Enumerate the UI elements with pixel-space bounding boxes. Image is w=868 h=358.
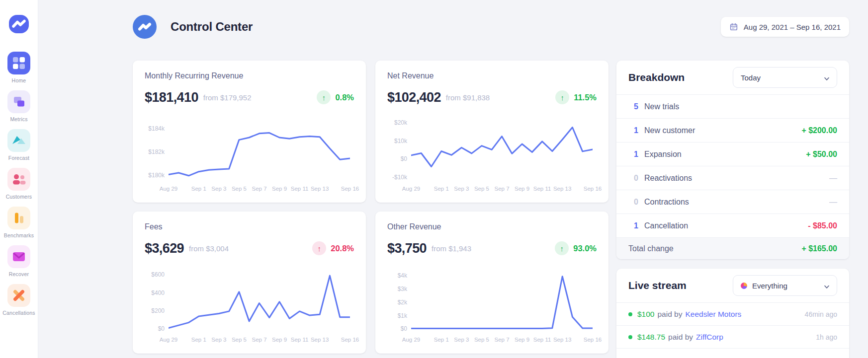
y-axis-label: $182k — [145, 148, 165, 155]
x-axis: Aug 29Sep 1Sep 3Sep 5Sep 7Sep 9Sep 11Sep… — [411, 186, 593, 194]
metric-previous-value: from $91,838 — [446, 93, 490, 102]
x-axis-label: Sep 13 — [553, 337, 571, 343]
x-axis-label: Sep 1 — [434, 337, 449, 343]
chevron-down-icon — [824, 73, 829, 82]
metric-value: $3,750 — [387, 241, 427, 256]
row-count: 5 — [628, 102, 638, 111]
row-count: 1 — [628, 221, 638, 230]
livestream-filter-value: Everything — [752, 282, 787, 290]
y-axis-label: $400 — [145, 289, 165, 296]
x-axis-label: Sep 13 — [553, 186, 571, 192]
chart-plot-area — [169, 271, 350, 331]
sidebar: Home Metrics Forecast Customers Benchmar… — [0, 0, 38, 358]
sidebar-item-benchmarks[interactable]: Benchmarks — [0, 207, 38, 238]
x-axis-label: Sep 5 — [232, 337, 247, 343]
trend-up-arrow-icon: ↑ — [555, 90, 569, 104]
livestream-event-row: $100paid byKeedsler Motors46min ago — [616, 303, 849, 326]
event-amount: $148.75 — [637, 333, 665, 342]
event-text: paid by — [657, 310, 682, 319]
metric-card-monthly-recurring-revenue: Monthly Recurring Revenue $181,410 from … — [133, 61, 366, 203]
y-axis-label: $184k — [145, 125, 165, 132]
y-axis-label: $3k — [387, 286, 407, 292]
x-axis-label: Sep 13 — [311, 186, 329, 192]
sidebar-item-forecast[interactable]: Forecast — [0, 129, 38, 161]
y-axis-label: $180k — [145, 172, 165, 179]
x-axis-label: Sep 9 — [272, 186, 287, 192]
livestream-panel: Live stream Everything $100paid byKeedsl… — [616, 269, 849, 358]
metric-card-other-revenue: Other Revenue $3,750 from $1,943 ↑ 93.0%… — [375, 212, 608, 354]
metric-previous-value: from $179,952 — [203, 93, 252, 102]
home-grid-icon — [8, 52, 30, 74]
metrics-icon — [8, 91, 30, 113]
livestream-filter-dropdown[interactable]: Everything — [733, 275, 837, 296]
sidebar-item-customers[interactable]: Customers — [0, 168, 38, 200]
x-axis-label: Sep 16 — [341, 337, 359, 343]
breakdown-row-contractions: 0Contractions— — [616, 190, 849, 214]
breakdown-row-new-trials: 5New trials — [616, 95, 849, 119]
breakdown-row-reactivations: 0Reactivations— — [616, 166, 849, 190]
event-customer-link[interactable]: ZiffCorp — [696, 333, 723, 342]
x-axis-label: Sep 9 — [515, 337, 529, 343]
breakdown-filter-value: Today — [741, 73, 761, 82]
everything-pie-icon — [741, 283, 747, 289]
event-dot-icon — [628, 312, 632, 316]
y-axis-label: $10k — [387, 138, 407, 144]
breakdown-title: Breakdown — [628, 72, 685, 83]
y-axis-label: $2k — [387, 299, 407, 306]
x-axis-label: Sep 3 — [211, 337, 226, 343]
x-axis-label: Sep 5 — [474, 337, 489, 343]
date-range-picker[interactable]: Aug 29, 2021 – Sep 16, 2021 — [721, 17, 849, 37]
row-amount: + $200.00 — [801, 126, 837, 135]
change-badge: ↑ 20.8% — [312, 241, 354, 255]
metric-title: Other Revenue — [387, 222, 597, 231]
x-axis-label: Aug 29 — [402, 337, 420, 343]
x-axis-label: Sep 1 — [191, 337, 206, 343]
chevron-down-icon — [824, 282, 829, 290]
breakdown-filter-dropdown[interactable]: Today — [733, 67, 837, 88]
metric-card-fees: Fees $3,629 from $3,004 ↑ 20.8% Aug 29Se… — [133, 212, 366, 354]
sidebar-item-recover[interactable]: Recover — [0, 245, 38, 277]
app-logo[interactable] — [8, 13, 30, 35]
row-label: Contractions — [644, 198, 689, 207]
x-axis-label: Sep 11 — [291, 337, 309, 343]
livestream-event-row: $148.75paid byZiffCorp1h ago — [616, 326, 849, 349]
x-axis-label: Sep 11 — [291, 186, 309, 192]
livestream-event-row — [616, 349, 849, 358]
x-axis-label: Sep 7 — [252, 186, 266, 192]
line-chart: Aug 29Sep 1Sep 3Sep 5Sep 7Sep 9Sep 11Sep… — [145, 116, 354, 195]
livestream-title: Live stream — [628, 280, 687, 291]
sidebar-item-metrics[interactable]: Metrics — [0, 90, 38, 122]
percent-change: 0.8% — [335, 93, 354, 102]
metric-previous-value: from $3,004 — [189, 244, 229, 253]
sidebar-item-cancellations[interactable]: Cancellations — [0, 284, 38, 316]
breakdown-row-cancellation: 1Cancellation- $85.00 — [616, 214, 849, 238]
y-axis-label: -$10k — [387, 174, 407, 181]
breakdown-panel: Breakdown Today 5New trials1New customer… — [616, 61, 849, 259]
control-center-logo-icon — [133, 15, 157, 39]
line-chart: Aug 29Sep 1Sep 3Sep 5Sep 7Sep 9Sep 11Sep… — [387, 267, 597, 346]
row-label: Reactivations — [644, 174, 692, 183]
metric-card-net-revenue: Net Revenue $102,402 from $91,838 ↑ 11.5… — [375, 61, 608, 203]
breakdown-row-expansion: 1Expansion+ $50.00 — [616, 143, 849, 166]
x-axis-label: Sep 3 — [454, 337, 469, 343]
metric-previous-value: from $1,943 — [432, 244, 471, 253]
x-axis-label: Aug 29 — [160, 186, 177, 192]
x-axis-label: Sep 7 — [252, 337, 266, 343]
x-axis-label: Aug 29 — [402, 186, 420, 192]
x-axis-label: Sep 5 — [232, 186, 247, 192]
sidebar-item-home[interactable]: Home — [0, 52, 38, 83]
benchmarks-icon — [8, 207, 30, 229]
percent-change: 11.5% — [574, 93, 597, 102]
row-label: Cancellation — [644, 221, 688, 230]
total-change-amount: + $165.00 — [801, 244, 837, 253]
event-customer-link[interactable]: Keedsler Motors — [685, 310, 741, 319]
x-axis-label: Sep 11 — [533, 337, 551, 343]
metric-value: $181,410 — [145, 90, 198, 105]
event-time: 46min ago — [805, 310, 837, 318]
event-time: 1h ago — [816, 333, 837, 341]
row-amount: - $85.00 — [808, 221, 837, 230]
row-count: 1 — [628, 150, 638, 159]
y-axis-label: $1k — [387, 312, 407, 319]
x-axis-label: Sep 7 — [494, 337, 509, 343]
metric-value: $3,629 — [145, 241, 184, 256]
